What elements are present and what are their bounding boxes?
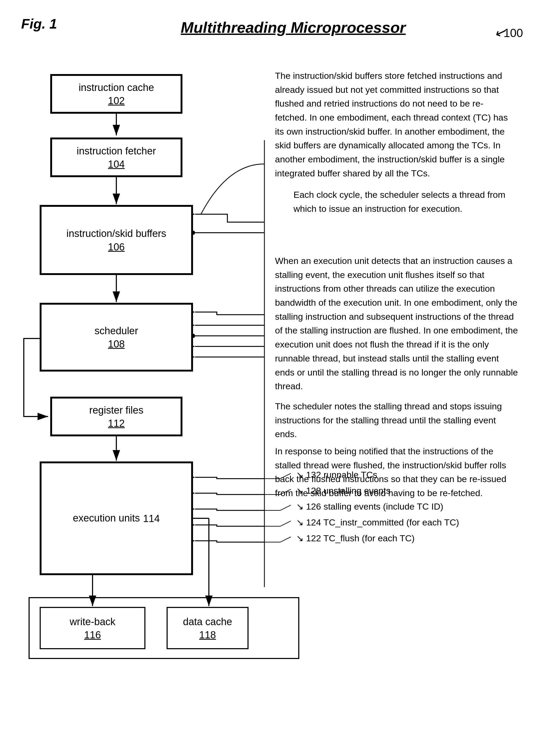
signal-132: ↘ 132 runnable TCs <box>296 469 377 480</box>
instruction-fetcher-label: instruction fetcher <box>77 145 156 157</box>
skid-buffers-num: 106 <box>108 241 124 253</box>
signal-132-arrow: ↘ <box>296 470 306 480</box>
annotation-scheduler: Each clock cycle, the scheduler selects … <box>293 188 510 216</box>
signal-128-arrow: ↘ <box>296 486 306 495</box>
diagram: instruction cache 102 instruction fetche… <box>16 58 545 735</box>
execution-units-num: 114 <box>143 513 160 524</box>
annotation-scheduler-notes: The scheduler notes the stalling thread … <box>275 399 513 441</box>
write-back-label: write-back <box>69 615 115 628</box>
signal-126-arrow: ↘ <box>296 501 306 511</box>
annotation-skid-buffers: The instruction/skid buffers store fetch… <box>275 69 513 180</box>
instruction-cache-box: instruction cache 102 <box>50 74 182 114</box>
signal-122-arrow: ↘ <box>296 533 306 543</box>
execution-units-box: execution units 114 <box>40 461 193 575</box>
page: Fig. 1 Multithreading Microprocessor 100… <box>0 0 560 746</box>
skid-buffers-box: instruction/skid buffers 106 <box>40 205 193 275</box>
signal-124-arrow: ↘ <box>296 517 306 527</box>
data-cache-num: 118 <box>199 629 216 641</box>
data-cache-label: data cache <box>183 615 232 628</box>
scheduler-label: scheduler <box>95 324 138 338</box>
write-back-box: write-back 116 <box>40 607 145 649</box>
scheduler-box: scheduler 108 <box>40 303 193 372</box>
annotation-stalling: When an execution unit detects that an i… <box>275 254 518 393</box>
instruction-cache-label: instruction cache <box>79 81 154 94</box>
signal-128: ↘ 128 unstalling events <box>296 485 390 496</box>
instruction-fetcher-num: 104 <box>108 159 124 170</box>
page-title: Multithreading Microprocessor <box>21 19 539 36</box>
register-files-num: 112 <box>108 418 124 429</box>
register-files-box: register files 112 <box>50 397 182 436</box>
execution-units-label: execution units <box>73 512 140 525</box>
signal-126: ↘ 126 stalling events (include TC ID) <box>296 501 443 512</box>
instruction-fetcher-box: instruction fetcher 104 <box>50 138 182 177</box>
write-back-num: 116 <box>84 629 101 641</box>
instruction-cache-num: 102 <box>108 95 124 107</box>
signal-124: ↘ 124 TC_instr_committed (for each TC) <box>296 517 459 527</box>
signal-122: ↘ 122 TC_flush (for each TC) <box>296 533 415 543</box>
svg-line-24 <box>280 537 291 542</box>
data-cache-box: data cache 118 <box>167 607 248 649</box>
svg-line-22 <box>280 505 291 510</box>
skid-buffers-label: instruction/skid buffers <box>66 227 166 240</box>
svg-line-23 <box>280 521 291 526</box>
scheduler-num: 108 <box>108 339 124 350</box>
register-files-label: register files <box>89 404 144 417</box>
fig-label: Fig. 1 <box>21 16 57 32</box>
